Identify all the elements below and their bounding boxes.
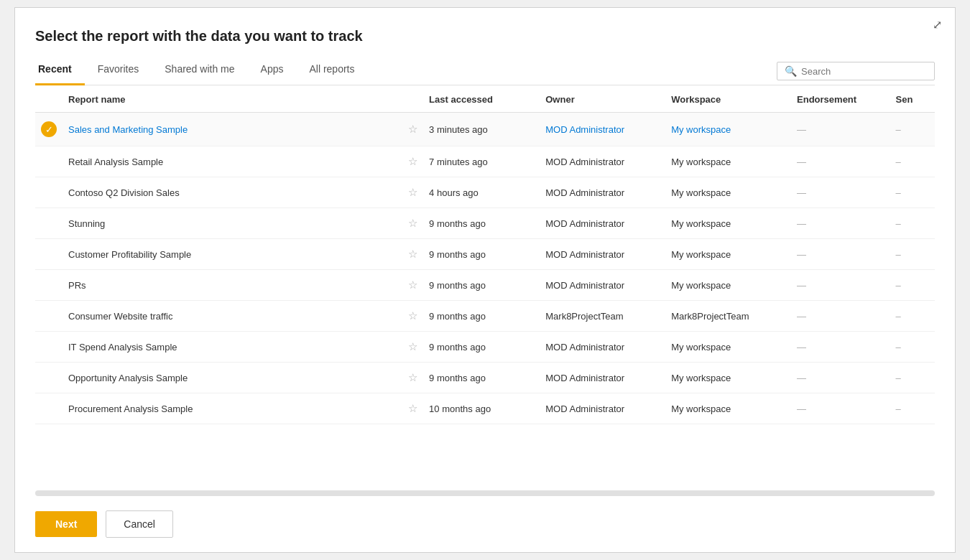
search-input[interactable] <box>801 66 927 77</box>
row-owner-cell: MOD Administrator <box>540 332 665 363</box>
row-name-cell[interactable]: Sales and Marketing Sample <box>63 113 402 146</box>
row-check-cell <box>35 332 63 363</box>
search-icon: 🔍 <box>785 65 797 77</box>
row-check-cell <box>35 146 63 177</box>
horizontal-scrollbar[interactable] <box>35 490 935 496</box>
row-workspace-cell: My workspace <box>665 332 791 363</box>
row-accessed-cell: 9 months ago <box>423 332 540 363</box>
tab-recent[interactable]: Recent <box>35 57 85 85</box>
row-workspace-cell[interactable]: My workspace <box>665 113 791 146</box>
row-endorsement-cell: — <box>791 177 890 208</box>
row-star-cell[interactable]: ☆ <box>402 146 423 177</box>
row-accessed-cell: 9 months ago <box>423 239 540 270</box>
row-endorsement-cell: — <box>791 113 890 146</box>
star-icon[interactable]: ☆ <box>408 309 417 322</box>
table-row[interactable]: Retail Analysis Sample☆7 minutes agoMOD … <box>35 146 935 177</box>
row-sen-cell: – <box>890 146 935 177</box>
table-row[interactable]: Consumer Website traffic☆9 months agoMar… <box>35 301 935 332</box>
row-sen-cell: – <box>890 208 935 239</box>
table-row[interactable]: Customer Profitability Sample☆9 months a… <box>35 239 935 270</box>
row-accessed-cell: 7 minutes ago <box>423 146 540 177</box>
table-body: ✓Sales and Marketing Sample☆3 minutes ag… <box>35 113 935 424</box>
row-check-cell <box>35 239 63 270</box>
tab-favorites[interactable]: Favorites <box>85 57 152 85</box>
row-owner-cell: MOD Administrator <box>540 177 665 208</box>
row-owner-cell: Mark8ProjectTeam <box>540 301 665 332</box>
row-name-cell: Contoso Q2 Division Sales <box>63 177 402 208</box>
row-check-cell: ✓ <box>35 113 63 146</box>
row-star-cell[interactable]: ☆ <box>402 270 423 301</box>
row-check-cell <box>35 363 63 393</box>
row-endorsement-cell: — <box>791 393 890 424</box>
star-icon[interactable]: ☆ <box>408 155 417 167</box>
row-sen-cell: – <box>890 270 935 301</box>
tabs-container: Recent Favorites Shared with me Apps All… <box>35 57 368 85</box>
row-accessed-cell: 9 months ago <box>423 301 540 332</box>
table-row[interactable]: Contoso Q2 Division Sales☆4 hours agoMOD… <box>35 177 935 208</box>
dialog-title: Select the report with the data you want… <box>35 28 935 45</box>
row-accessed-cell: 9 months ago <box>423 363 540 393</box>
reports-table: Report name Last accessed Owner Workspac… <box>35 85 935 424</box>
table-row[interactable]: Stunning☆9 months agoMOD AdministratorMy… <box>35 208 935 239</box>
row-check-cell <box>35 177 63 208</box>
row-name-cell: Retail Analysis Sample <box>63 146 402 177</box>
col-header-sen: Sen <box>890 85 935 113</box>
row-name-cell: Opportunity Analysis Sample <box>63 363 402 393</box>
row-star-cell[interactable]: ☆ <box>402 363 423 393</box>
dialog-footer: Next Cancel <box>35 506 935 538</box>
row-owner-cell: MOD Administrator <box>540 270 665 301</box>
star-icon[interactable]: ☆ <box>408 217 417 229</box>
star-icon[interactable]: ☆ <box>408 123 417 135</box>
row-name-cell: Customer Profitability Sample <box>63 239 402 270</box>
row-star-cell[interactable]: ☆ <box>402 393 423 424</box>
cancel-button[interactable]: Cancel <box>106 510 173 538</box>
row-star-cell[interactable]: ☆ <box>402 113 423 146</box>
row-sen-cell: – <box>890 239 935 270</box>
row-sen-cell: – <box>890 363 935 393</box>
star-icon[interactable]: ☆ <box>408 248 417 260</box>
row-workspace-cell: My workspace <box>665 363 791 393</box>
tab-apps[interactable]: Apps <box>248 57 297 85</box>
row-sen-cell: – <box>890 113 935 146</box>
row-owner-cell: MOD Administrator <box>540 393 665 424</box>
row-star-cell[interactable]: ☆ <box>402 332 423 363</box>
table-row[interactable]: PRs☆9 months agoMOD AdministratorMy work… <box>35 270 935 301</box>
col-header-name: Report name <box>63 85 402 113</box>
star-icon[interactable]: ☆ <box>408 340 417 353</box>
row-workspace-cell: My workspace <box>665 177 791 208</box>
next-button[interactable]: Next <box>35 511 97 537</box>
row-star-cell[interactable]: ☆ <box>402 239 423 270</box>
expand-icon[interactable]: ⤢ <box>933 18 942 32</box>
table-row[interactable]: ✓Sales and Marketing Sample☆3 minutes ag… <box>35 113 935 146</box>
star-icon[interactable]: ☆ <box>408 371 417 383</box>
tab-allreports[interactable]: All reports <box>296 57 367 85</box>
row-endorsement-cell: — <box>791 146 890 177</box>
row-name-cell: Procurement Analysis Sample <box>63 393 402 424</box>
search-box[interactable]: 🔍 <box>777 62 935 80</box>
star-icon[interactable]: ☆ <box>408 279 417 291</box>
table-row[interactable]: IT Spend Analysis Sample☆9 months agoMOD… <box>35 332 935 363</box>
row-workspace-cell: My workspace <box>665 146 791 177</box>
row-accessed-cell: 9 months ago <box>423 270 540 301</box>
table-header-row: Report name Last accessed Owner Workspac… <box>35 85 935 113</box>
report-selection-dialog: ⤢ Select the report with the data you wa… <box>14 7 956 553</box>
row-sen-cell: – <box>890 301 935 332</box>
row-owner-cell: MOD Administrator <box>540 363 665 393</box>
row-endorsement-cell: — <box>791 239 890 270</box>
row-name-cell: Stunning <box>63 208 402 239</box>
row-sen-cell: – <box>890 332 935 363</box>
star-icon[interactable]: ☆ <box>408 186 417 198</box>
row-star-cell[interactable]: ☆ <box>402 177 423 208</box>
tab-shared[interactable]: Shared with me <box>152 57 247 85</box>
row-owner-cell: MOD Administrator <box>540 146 665 177</box>
row-star-cell[interactable]: ☆ <box>402 301 423 332</box>
row-name-cell: IT Spend Analysis Sample <box>63 332 402 363</box>
table-row[interactable]: Opportunity Analysis Sample☆9 months ago… <box>35 363 935 393</box>
table-row[interactable]: Procurement Analysis Sample☆10 months ag… <box>35 393 935 424</box>
star-icon[interactable]: ☆ <box>408 402 417 414</box>
row-star-cell[interactable]: ☆ <box>402 208 423 239</box>
row-owner-cell[interactable]: MOD Administrator <box>540 113 665 146</box>
row-check-cell <box>35 270 63 301</box>
row-owner-cell: MOD Administrator <box>540 239 665 270</box>
row-endorsement-cell: — <box>791 270 890 301</box>
